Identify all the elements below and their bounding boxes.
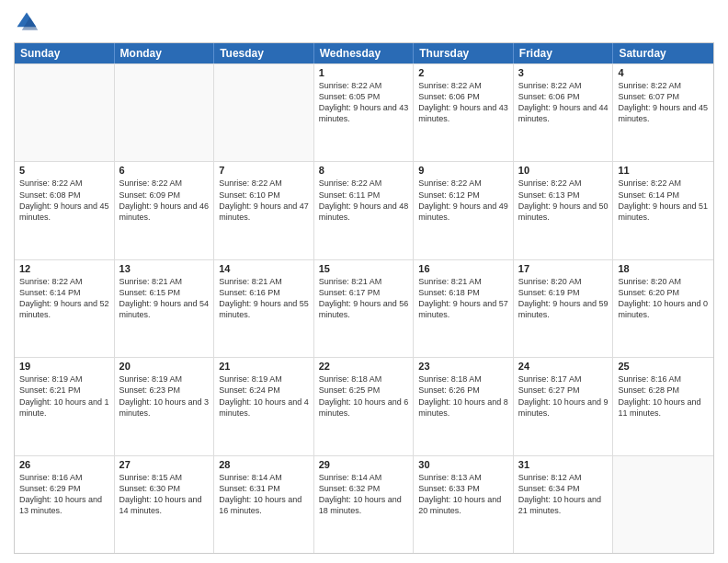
table-row: 25Sunrise: 8:16 AM Sunset: 6:28 PM Dayli… (613, 358, 713, 454)
table-row: 11Sunrise: 8:22 AM Sunset: 6:14 PM Dayli… (613, 162, 713, 259)
table-row: 18Sunrise: 8:20 AM Sunset: 6:20 PM Dayli… (613, 260, 713, 357)
table-row: 12Sunrise: 8:22 AM Sunset: 6:14 PM Dayli… (15, 260, 115, 357)
cell-daylight-info: Sunrise: 8:21 AM Sunset: 6:16 PM Dayligh… (219, 276, 309, 321)
calendar-row-1: 5Sunrise: 8:22 AM Sunset: 6:08 PM Daylig… (15, 161, 713, 259)
table-row (15, 64, 115, 161)
cell-daylight-info: Sunrise: 8:22 AM Sunset: 6:14 PM Dayligh… (19, 276, 109, 321)
table-row: 6Sunrise: 8:22 AM Sunset: 6:09 PM Daylig… (115, 162, 215, 259)
cell-daylight-info: Sunrise: 8:14 AM Sunset: 6:32 PM Dayligh… (319, 472, 409, 517)
table-row: 28Sunrise: 8:14 AM Sunset: 6:31 PM Dayli… (214, 456, 314, 553)
table-row: 24Sunrise: 8:17 AM Sunset: 6:27 PM Dayli… (514, 358, 614, 454)
day-number: 2 (418, 67, 508, 78)
cell-daylight-info: Sunrise: 8:18 AM Sunset: 6:25 PM Dayligh… (319, 373, 409, 419)
calendar: SundayMondayTuesdayWednesdayThursdayFrid… (14, 42, 714, 554)
col-header-friday: Friday (514, 43, 614, 63)
table-row: 13Sunrise: 8:21 AM Sunset: 6:15 PM Dayli… (115, 260, 215, 357)
day-number: 11 (618, 165, 709, 176)
day-number: 29 (319, 459, 409, 470)
day-number: 16 (418, 263, 508, 274)
day-number: 3 (518, 67, 609, 78)
cell-daylight-info: Sunrise: 8:15 AM Sunset: 6:30 PM Dayligh… (119, 472, 210, 517)
calendar-header-row: SundayMondayTuesdayWednesdayThursdayFrid… (15, 43, 713, 63)
calendar-row-2: 12Sunrise: 8:22 AM Sunset: 6:14 PM Dayli… (15, 259, 713, 357)
cell-daylight-info: Sunrise: 8:20 AM Sunset: 6:20 PM Dayligh… (618, 276, 709, 321)
table-row: 1Sunrise: 8:22 AM Sunset: 6:05 PM Daylig… (314, 64, 415, 161)
table-row: 14Sunrise: 8:21 AM Sunset: 6:16 PM Dayli… (214, 260, 314, 357)
calendar-row-0: 1Sunrise: 8:22 AM Sunset: 6:05 PM Daylig… (15, 63, 713, 161)
day-number: 19 (19, 361, 109, 372)
cell-daylight-info: Sunrise: 8:21 AM Sunset: 6:15 PM Dayligh… (119, 276, 210, 321)
cell-daylight-info: Sunrise: 8:22 AM Sunset: 6:14 PM Dayligh… (618, 178, 709, 223)
table-row: 20Sunrise: 8:19 AM Sunset: 6:23 PM Dayli… (115, 358, 215, 454)
table-row: 27Sunrise: 8:15 AM Sunset: 6:30 PM Dayli… (115, 456, 215, 553)
table-row (613, 456, 713, 553)
table-row: 8Sunrise: 8:22 AM Sunset: 6:11 PM Daylig… (314, 162, 415, 259)
cell-daylight-info: Sunrise: 8:13 AM Sunset: 6:33 PM Dayligh… (418, 472, 508, 517)
table-row: 23Sunrise: 8:18 AM Sunset: 6:26 PM Dayli… (414, 358, 514, 454)
cell-daylight-info: Sunrise: 8:22 AM Sunset: 6:08 PM Dayligh… (19, 178, 109, 223)
day-number: 23 (418, 361, 508, 372)
cell-daylight-info: Sunrise: 8:22 AM Sunset: 6:09 PM Dayligh… (119, 178, 210, 223)
logo-icon (14, 9, 40, 35)
col-header-sunday: Sunday (15, 43, 115, 63)
logo (14, 9, 43, 35)
col-header-thursday: Thursday (414, 43, 514, 63)
cell-daylight-info: Sunrise: 8:22 AM Sunset: 6:05 PM Dayligh… (319, 80, 409, 125)
col-header-wednesday: Wednesday (314, 43, 415, 63)
cell-daylight-info: Sunrise: 8:22 AM Sunset: 6:10 PM Dayligh… (219, 178, 309, 223)
day-number: 6 (119, 165, 210, 176)
cell-daylight-info: Sunrise: 8:16 AM Sunset: 6:28 PM Dayligh… (618, 373, 709, 419)
cell-daylight-info: Sunrise: 8:19 AM Sunset: 6:21 PM Dayligh… (19, 373, 109, 419)
table-row: 9Sunrise: 8:22 AM Sunset: 6:12 PM Daylig… (414, 162, 514, 259)
table-row: 4Sunrise: 8:22 AM Sunset: 6:07 PM Daylig… (613, 64, 713, 161)
table-row: 21Sunrise: 8:19 AM Sunset: 6:24 PM Dayli… (214, 358, 314, 454)
day-number: 18 (618, 263, 709, 274)
cell-daylight-info: Sunrise: 8:21 AM Sunset: 6:17 PM Dayligh… (319, 276, 409, 321)
cell-daylight-info: Sunrise: 8:22 AM Sunset: 6:11 PM Dayligh… (319, 178, 409, 223)
table-row: 29Sunrise: 8:14 AM Sunset: 6:32 PM Dayli… (314, 456, 415, 553)
day-number: 30 (418, 459, 508, 470)
day-number: 13 (119, 263, 210, 274)
day-number: 12 (19, 263, 109, 274)
day-number: 9 (418, 165, 508, 176)
table-row: 22Sunrise: 8:18 AM Sunset: 6:25 PM Dayli… (314, 358, 415, 454)
day-number: 14 (219, 263, 309, 274)
day-number: 7 (219, 165, 309, 176)
cell-daylight-info: Sunrise: 8:22 AM Sunset: 6:12 PM Dayligh… (418, 178, 508, 223)
table-row: 30Sunrise: 8:13 AM Sunset: 6:33 PM Dayli… (414, 456, 514, 553)
cell-daylight-info: Sunrise: 8:16 AM Sunset: 6:29 PM Dayligh… (19, 472, 109, 517)
calendar-body: 1Sunrise: 8:22 AM Sunset: 6:05 PM Daylig… (15, 63, 713, 553)
table-row: 10Sunrise: 8:22 AM Sunset: 6:13 PM Dayli… (514, 162, 614, 259)
cell-daylight-info: Sunrise: 8:18 AM Sunset: 6:26 PM Dayligh… (418, 373, 508, 419)
table-row: 19Sunrise: 8:19 AM Sunset: 6:21 PM Dayli… (15, 358, 115, 454)
day-number: 24 (518, 361, 609, 372)
day-number: 21 (219, 361, 309, 372)
table-row: 17Sunrise: 8:20 AM Sunset: 6:19 PM Dayli… (514, 260, 614, 357)
day-number: 20 (119, 361, 210, 372)
calendar-row-3: 19Sunrise: 8:19 AM Sunset: 6:21 PM Dayli… (15, 357, 713, 454)
cell-daylight-info: Sunrise: 8:14 AM Sunset: 6:31 PM Dayligh… (219, 472, 309, 517)
day-number: 10 (518, 165, 609, 176)
cell-daylight-info: Sunrise: 8:22 AM Sunset: 6:13 PM Dayligh… (518, 178, 609, 223)
table-row: 26Sunrise: 8:16 AM Sunset: 6:29 PM Dayli… (15, 456, 115, 553)
day-number: 17 (518, 263, 609, 274)
calendar-row-4: 26Sunrise: 8:16 AM Sunset: 6:29 PM Dayli… (15, 455, 713, 553)
cell-daylight-info: Sunrise: 8:22 AM Sunset: 6:06 PM Dayligh… (518, 80, 609, 125)
day-number: 31 (518, 459, 609, 470)
day-number: 1 (319, 67, 409, 78)
table-row: 7Sunrise: 8:22 AM Sunset: 6:10 PM Daylig… (214, 162, 314, 259)
table-row (214, 64, 314, 161)
cell-daylight-info: Sunrise: 8:20 AM Sunset: 6:19 PM Dayligh… (518, 276, 609, 321)
header (14, 9, 714, 35)
day-number: 27 (119, 459, 210, 470)
day-number: 5 (19, 165, 109, 176)
table-row: 2Sunrise: 8:22 AM Sunset: 6:06 PM Daylig… (414, 64, 514, 161)
day-number: 8 (319, 165, 409, 176)
day-number: 4 (618, 67, 709, 78)
table-row: 15Sunrise: 8:21 AM Sunset: 6:17 PM Dayli… (314, 260, 415, 357)
table-row: 3Sunrise: 8:22 AM Sunset: 6:06 PM Daylig… (514, 64, 614, 161)
day-number: 28 (219, 459, 309, 470)
cell-daylight-info: Sunrise: 8:19 AM Sunset: 6:23 PM Dayligh… (119, 373, 210, 419)
table-row: 31Sunrise: 8:12 AM Sunset: 6:34 PM Dayli… (514, 456, 614, 553)
cell-daylight-info: Sunrise: 8:22 AM Sunset: 6:06 PM Dayligh… (418, 80, 508, 125)
